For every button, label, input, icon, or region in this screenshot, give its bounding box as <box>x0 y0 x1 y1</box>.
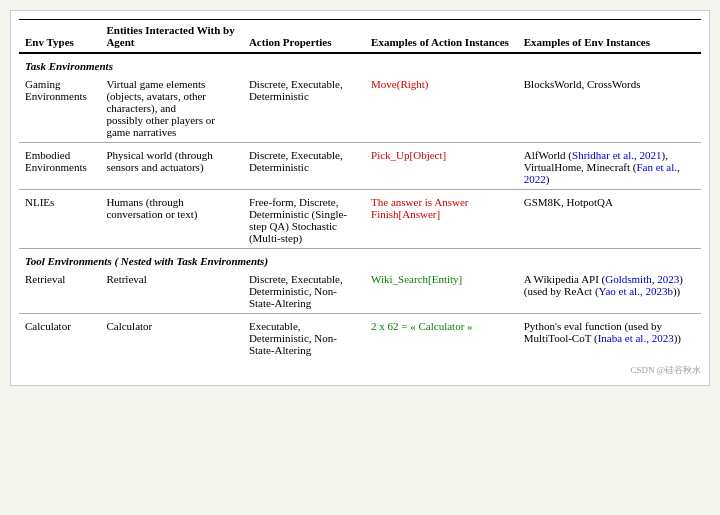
action-example-calculator: 2 x 62 = « Calculator » <box>365 314 518 361</box>
env-type-retrieval: Retrieval <box>19 269 100 314</box>
entities-nlies: Humans (through conversation or text) <box>100 190 243 249</box>
ref-goldsmith: Goldsmith, 2023 <box>605 273 679 285</box>
watermark: CSDN @硅谷秋水 <box>19 364 701 377</box>
entities-embodied: Physical world (through sensors and actu… <box>100 143 243 190</box>
env-example-nlies: GSM8K, HotpotQA <box>518 190 701 249</box>
ref-yao: Yao et al., 2023b <box>599 285 673 297</box>
entities-calculator: Calculator <box>100 314 243 361</box>
ref-fan: Fan et al., 2022 <box>524 161 680 185</box>
main-table: Env Types Entities Interacted With by Ag… <box>19 19 701 360</box>
action-props-calculator: Executable, Deterministic, Non-State-Alt… <box>243 314 365 361</box>
env-example-embodied: AlfWorld (Shridhar et al., 2021), Virtua… <box>518 143 701 190</box>
header-action-props: Action Properties <box>243 20 365 54</box>
action-props-retrieval: Discrete, Executable, Deterministic, Non… <box>243 269 365 314</box>
table-container: Env Types Entities Interacted With by Ag… <box>10 10 710 386</box>
table-row: Calculator Calculator Executable, Determ… <box>19 314 701 361</box>
header-env-examples: Examples of Env Instances <box>518 20 701 54</box>
tool-section-label: Tool Environments ( Nested with Task Env… <box>19 249 701 270</box>
table-row: NLIEs Humans (through conversation or te… <box>19 190 701 249</box>
task-section-label: Task Environments <box>19 53 701 74</box>
env-type-gaming: Gaming Environments <box>19 74 100 143</box>
entities-gaming: Virtual game elements (objects, avatars,… <box>100 74 243 143</box>
env-type-calculator: Calculator <box>19 314 100 361</box>
ref-shridhar: Shridhar et al., 2021 <box>572 149 662 161</box>
env-example-calculator: Python's eval function (used by MultiToo… <box>518 314 701 361</box>
action-text-calculator: 2 x 62 = « Calculator » <box>371 320 473 332</box>
ref-inaba: Inaba et al., 2023 <box>598 332 674 344</box>
table-row: Retrieval Retrieval Discrete, Executable… <box>19 269 701 314</box>
header-env-types: Env Types <box>19 20 100 54</box>
action-example-retrieval: Wiki_Search[Entity] <box>365 269 518 314</box>
action-text-gaming: Move(Right) <box>371 78 428 90</box>
action-text-nlies: The answer is Answer Finish[Answer] <box>371 196 468 220</box>
action-props-gaming: Discrete, Executable, Deterministic <box>243 74 365 143</box>
table-row: Embodied Environments Physical world (th… <box>19 143 701 190</box>
action-text-embodied: Pick_Up[Object] <box>371 149 446 161</box>
action-example-nlies: The answer is Answer Finish[Answer] <box>365 190 518 249</box>
action-props-nlies: Free-form, Discrete, Deterministic (Sing… <box>243 190 365 249</box>
tool-section-note: ( Nested with Task Environments) <box>114 255 268 267</box>
env-type-embodied: Embodied Environments <box>19 143 100 190</box>
action-example-embodied: Pick_Up[Object] <box>365 143 518 190</box>
task-section-header: Task Environments <box>19 53 701 74</box>
tool-section-header: Tool Environments ( Nested with Task Env… <box>19 249 701 270</box>
action-text-retrieval: Wiki_Search[Entity] <box>371 273 462 285</box>
header-entities: Entities Interacted With by Agent <box>100 20 243 54</box>
physical-text: Physical <box>106 149 143 161</box>
env-type-nlies: NLIEs <box>19 190 100 249</box>
action-example-gaming: Move(Right) <box>365 74 518 143</box>
entities-retrieval: Retrieval <box>100 269 243 314</box>
env-example-gaming: BlocksWorld, CrossWords <box>518 74 701 143</box>
action-props-embodied: Discrete, Executable, Deterministic <box>243 143 365 190</box>
header-action-examples: Examples of Action Instances <box>365 20 518 54</box>
table-row: Gaming Environments Virtual game element… <box>19 74 701 143</box>
env-example-retrieval: A Wikipedia API (Goldsmith, 2023) (used … <box>518 269 701 314</box>
